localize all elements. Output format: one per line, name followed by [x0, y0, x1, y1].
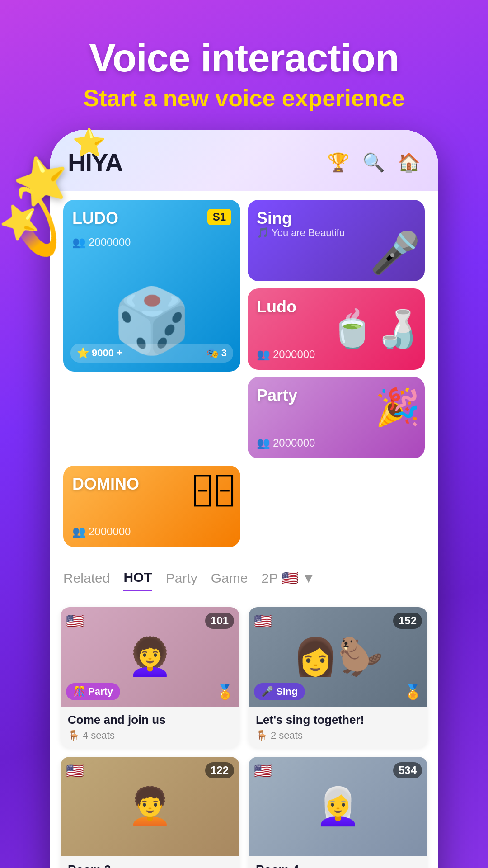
tab-hot[interactable]: HOT [123, 565, 152, 591]
room-name-4: Room 4 [256, 863, 420, 868]
room-thumbnail-1: 👩‍🦱 🇺🇸 101 🎊 Party 🏅 [61, 607, 239, 707]
room-info-1: Come and join us 🪑 4 seats [61, 707, 239, 748]
people-icon-3: 👥 [257, 437, 270, 449]
ludo-badge: S1 [207, 209, 231, 225]
room-thumbnail-2: 👩‍🦫 🇺🇸 152 🎤 Sing 🏅 [249, 607, 427, 707]
room-award-2: 🏅 [404, 683, 422, 700]
header-title: Voice interaction [18, 36, 470, 80]
game-card-party[interactable]: Party 👥 2000000 🎉 [248, 377, 425, 458]
room-badge-2: 🎤 Sing [254, 683, 305, 700]
sing-subtitle: 🎵 You are Beautifu [257, 227, 345, 239]
room-info-3: Room 3 🪑 3 seats [61, 856, 239, 868]
room-card-2[interactable]: 👩‍🦫 🇺🇸 152 🎤 Sing 🏅 Let's sing together!… [249, 607, 427, 748]
room-flag-4: 🇺🇸 [254, 762, 272, 779]
right-game-column: Sing 🎵 You are Beautifu 🎤 Ludo 👥 2000000… [248, 200, 425, 370]
room-name-3: Room 3 [68, 863, 232, 868]
room-badge-1: 🎊 Party [66, 683, 120, 700]
games-grid: LUDO S1 👥 2000000 🎲 ⭐ 9000 + 🎭 3 [50, 191, 438, 556]
party-players: 👥 2000000 [257, 437, 315, 449]
tab-game[interactable]: Game [211, 566, 248, 590]
room-flag-1: 🇺🇸 [66, 613, 84, 630]
phone-inner: HIYA 🏆 🔍 🏠 LUDO S1 👥 2000000 🎲 ⭐ [50, 130, 438, 868]
game-card-ludo2[interactable]: Ludo 👥 2000000 🍵🍶 [248, 288, 425, 370]
people-icon-4: 👥 [72, 525, 86, 538]
chevron-down-icon: ▼ [302, 571, 315, 586]
room-flag-3: 🇺🇸 [66, 762, 84, 779]
tab-party[interactable]: Party [166, 566, 197, 590]
header-section: Voice interaction Start a new voice expe… [0, 0, 488, 130]
room-card-4[interactable]: 👩‍🦳 🇺🇸 534 Room 4 🪑 2 seats [249, 757, 427, 868]
tabs-bar: Related HOT Party Game 2P 🇺🇸 ▼ [50, 556, 438, 596]
sing-mic: 🎤 [370, 229, 420, 277]
room-viewers-2: 152 [393, 613, 422, 629]
mask-icon: 🎭 [206, 347, 219, 359]
party-title: Party [257, 386, 297, 405]
ludo-rank: 🎭 3 [206, 347, 227, 359]
home-icon[interactable]: 🏠 [398, 152, 420, 173]
room-thumbnail-4: 👩‍🦳 🇺🇸 534 [249, 757, 427, 856]
ludo-score: ⭐ 9000 + [77, 347, 122, 359]
seat-icon-1: 🪑 [68, 730, 80, 741]
ludo-players: 👥 2000000 [72, 236, 131, 249]
sing-title: Sing [257, 209, 292, 228]
tab-2p[interactable]: 2P 🇺🇸 ▼ [261, 570, 315, 586]
room-thumbnail-3: 🧑‍🦱 🇺🇸 122 [61, 757, 239, 856]
rooms-grid: 👩‍🦱 🇺🇸 101 🎊 Party 🏅 Come and join us 🪑 … [50, 596, 438, 868]
header-subtitle: Start a new voice experience [18, 85, 470, 112]
seat-icon-2: 🪑 [256, 730, 268, 741]
search-icon[interactable]: 🔍 [362, 152, 385, 173]
domino-players: 👥 2000000 [72, 525, 131, 538]
room-name-2: Let's sing together! [256, 713, 420, 727]
game-card-ludo[interactable]: LUDO S1 👥 2000000 🎲 ⭐ 9000 + 🎭 3 [63, 200, 240, 372]
ludo2-players: 👥 2000000 [257, 348, 315, 361]
music-icon: 🎵 [257, 227, 269, 239]
ludo2-emoji: 🍵🍶 [330, 308, 420, 350]
people-icon: 👥 [72, 236, 86, 249]
room-card-3[interactable]: 🧑‍🦱 🇺🇸 122 Room 3 🪑 3 seats [61, 757, 239, 868]
room-viewers-1: 101 [205, 613, 234, 629]
people-icon-2: 👥 [257, 348, 270, 361]
room-award-1: 🏅 [216, 683, 234, 700]
room-seats-2: 🪑 2 seats [256, 730, 420, 741]
header-icons: 🏆 🔍 🏠 [327, 152, 420, 173]
party-emoji: 🎉 [375, 386, 420, 429]
star-icon: ⭐ [77, 347, 89, 359]
game-card-sing[interactable]: Sing 🎵 You are Beautifu 🎤 [248, 200, 425, 281]
party-badge-icon: 🎊 [73, 686, 85, 698]
room-viewers-4: 534 [393, 762, 422, 778]
domino-emoji: 🁣🁣 [192, 475, 236, 506]
ludo-score-bar: ⭐ 9000 + 🎭 3 [70, 344, 233, 363]
room-flag-2: 🇺🇸 [254, 613, 272, 630]
app-header: HIYA 🏆 🔍 🏠 [50, 130, 438, 191]
trophy-icon[interactable]: 🏆 [327, 152, 350, 173]
phone-mockup: HIYA 🏆 🔍 🏠 LUDO S1 👥 2000000 🎲 ⭐ [50, 130, 438, 868]
game-card-domino[interactable]: DOMINO 👥 2000000 🁣🁣 [63, 466, 240, 547]
sing-badge-icon: 🎤 [261, 686, 273, 698]
ludo2-title: Ludo [257, 297, 296, 316]
ludo-title: LUDO [72, 209, 118, 228]
tab-related[interactable]: Related [63, 566, 110, 590]
room-card-1[interactable]: 👩‍🦱 🇺🇸 101 🎊 Party 🏅 Come and join us 🪑 … [61, 607, 239, 748]
room-name-1: Come and join us [68, 713, 232, 727]
domino-title: DOMINO [72, 475, 139, 494]
deco-star-gold: ⭐ [72, 127, 106, 159]
room-info-4: Room 4 🪑 2 seats [249, 856, 427, 868]
room-viewers-3: 122 [205, 762, 234, 778]
room-info-2: Let's sing together! 🪑 2 seats [249, 707, 427, 748]
room-seats-1: 🪑 4 seats [68, 730, 232, 741]
